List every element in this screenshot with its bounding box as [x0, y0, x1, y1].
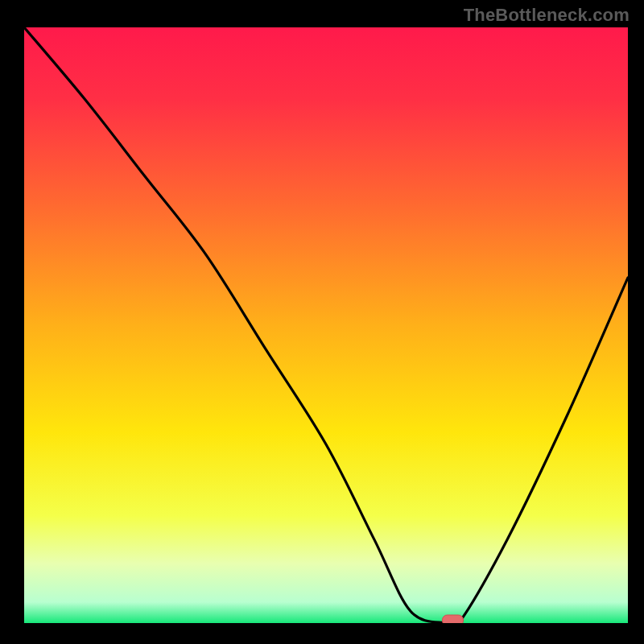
plot-outer	[24, 27, 628, 623]
heat-gradient	[24, 27, 628, 623]
chart-frame: TheBottleneck.com	[0, 0, 644, 644]
watermark-text: TheBottleneck.com	[464, 5, 630, 26]
svg-rect-0	[24, 27, 628, 623]
